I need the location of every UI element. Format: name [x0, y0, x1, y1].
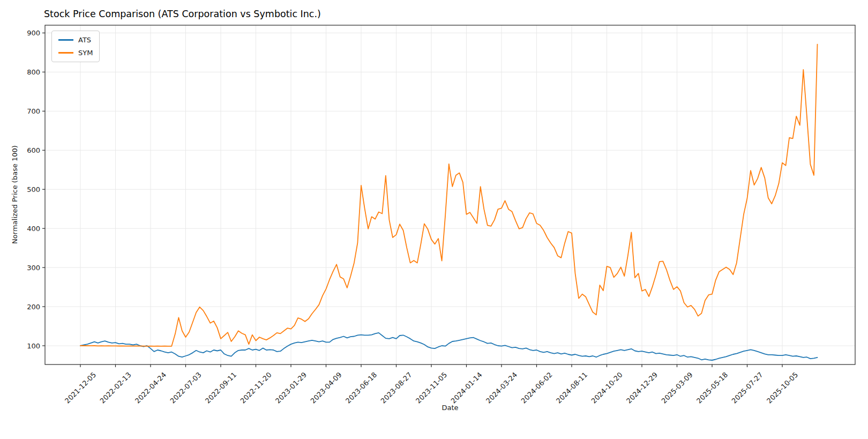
svg-text:2025-05-18: 2025-05-18 [695, 371, 729, 405]
svg-text:2025-03-09: 2025-03-09 [660, 371, 694, 405]
svg-text:600: 600 [27, 146, 40, 154]
legend-label-sym: SYM [78, 49, 93, 57]
svg-text:2024-03-24: 2024-03-24 [484, 371, 519, 405]
svg-text:2025-07-27: 2025-07-27 [730, 371, 765, 405]
svg-text:2021-12-05: 2021-12-05 [63, 371, 98, 405]
y-axis-label: Normalized Price (base 100) [11, 145, 19, 244]
svg-text:2024-12-29: 2024-12-29 [625, 371, 659, 405]
series-line-sym [80, 44, 818, 346]
svg-text:2022-04-24: 2022-04-24 [133, 371, 168, 405]
svg-text:200: 200 [27, 303, 40, 311]
legend: ATS SYM [51, 31, 100, 62]
svg-text:2023-11-05: 2023-11-05 [414, 371, 448, 405]
svg-text:700: 700 [27, 107, 40, 115]
svg-text:2025-10-05: 2025-10-05 [765, 371, 799, 405]
svg-text:2023-06-18: 2023-06-18 [344, 371, 378, 405]
svg-text:2022-11-20: 2022-11-20 [239, 371, 273, 405]
svg-text:300: 300 [27, 264, 40, 272]
svg-text:2022-07-03: 2022-07-03 [169, 371, 203, 405]
legend-label-ats: ATS [78, 36, 91, 44]
svg-text:400: 400 [27, 225, 40, 233]
svg-text:800: 800 [27, 68, 40, 76]
svg-text:2024-01-14: 2024-01-14 [450, 371, 484, 405]
plot-svg: 1002003004005006007008009002021-12-05202… [0, 0, 868, 439]
svg-text:2024-10-20: 2024-10-20 [590, 371, 624, 405]
svg-text:900: 900 [27, 29, 40, 37]
x-axis-label: Date [442, 404, 458, 412]
legend-item-ats: ATS [58, 36, 93, 44]
svg-text:500: 500 [27, 185, 40, 194]
svg-text:2023-08-27: 2023-08-27 [379, 371, 414, 405]
svg-text:2022-02-13: 2022-02-13 [99, 371, 133, 405]
svg-text:2024-08-11: 2024-08-11 [555, 371, 589, 405]
chart-figure: 1002003004005006007008009002021-12-05202… [0, 0, 868, 439]
ats-line-swatch [58, 39, 73, 41]
svg-text:2022-09-11: 2022-09-11 [204, 371, 238, 405]
legend-item-sym: SYM [58, 49, 93, 57]
svg-text:2023-04-09: 2023-04-09 [309, 371, 343, 405]
chart-title: Stock Price Comparison (ATS Corporation … [44, 9, 321, 19]
sym-line-swatch [58, 52, 73, 54]
svg-text:2023-01-29: 2023-01-29 [274, 371, 308, 405]
series-line-ats [80, 333, 818, 360]
svg-text:2024-06-02: 2024-06-02 [520, 371, 554, 405]
svg-text:100: 100 [27, 342, 40, 350]
